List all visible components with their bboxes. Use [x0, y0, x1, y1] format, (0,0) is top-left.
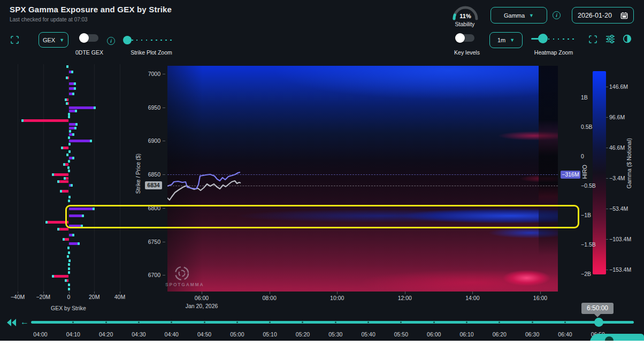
metric-dropdown[interactable]: Gamma ▼: [490, 7, 547, 24]
gex-bar-tip: [66, 154, 68, 156]
spotgamma-logo-icon: [174, 265, 190, 281]
heatmap-x-tick-mark: [270, 292, 270, 294]
heatmap-x-tick-mark: [337, 292, 338, 294]
gex-bar-tip: [68, 267, 70, 270]
colorbar-tick-label: −53.4M: [609, 205, 628, 212]
spotgamma-watermark: SPOTGAMMA: [165, 282, 204, 287]
colorbar-tick-mark: [606, 87, 608, 87]
gex-bar: [52, 275, 68, 278]
spotgamma-dashboard: SPX Gamma Exposure and GEX by Strike Las…: [0, 0, 644, 345]
timeline-tick-label: 06:00: [422, 331, 446, 338]
chevron-down-icon: ▼: [529, 13, 534, 18]
timeline-tick-label: 06:30: [520, 331, 544, 338]
gex-bar-tip: [68, 251, 70, 254]
hiro-axis-label: HIRO: [581, 165, 588, 179]
gex-x-tick-mark: [18, 292, 18, 294]
hiro-tick-label: −1.5B: [581, 241, 596, 248]
step-back-arrow-icon[interactable]: ←: [20, 317, 29, 327]
timeline-tick-label: 06:10: [455, 331, 479, 338]
gex-bar-tip: [67, 166, 70, 169]
current-price-badge: 6834: [145, 181, 162, 189]
gex-bar-tip: [68, 113, 70, 116]
heatmap-zoom-slider-track[interactable]: [543, 39, 577, 40]
gex-bar-tip: [68, 271, 70, 274]
colorbar-tick-label: 96.6M: [609, 114, 625, 120]
strike-tick-label: 6900: [138, 137, 160, 144]
hiro-tick-label: −0.5B: [581, 182, 596, 189]
strike-tick-label: 7000: [138, 71, 160, 77]
timeline-tick-label: 06:20: [488, 331, 511, 338]
gex-bar-tip: [68, 196, 71, 198]
gex-bar-tip: [74, 127, 76, 129]
strike-tick-mark: [163, 275, 165, 275]
date-value: 2026-01-20: [578, 12, 612, 19]
strike-tick-mark: [163, 242, 165, 242]
timeline-tick-dot: [138, 321, 140, 323]
rewind-icon[interactable]: [7, 319, 17, 326]
gex-bar-tip: [78, 242, 80, 245]
timeline-tick-dot: [335, 321, 336, 323]
gex-bar-tip: [65, 98, 67, 101]
timeline-tick-dot: [105, 321, 107, 323]
gex-bar-tip: [74, 87, 76, 90]
timeline-track[interactable]: [31, 321, 634, 324]
gex-bar-tip: [82, 214, 84, 217]
hiro-current-badge: −316M: [561, 171, 580, 179]
heatmap-fullscreen-icon[interactable]: [589, 35, 597, 43]
gex-bar-tip: [52, 275, 54, 278]
strike-tick-mark: [163, 208, 165, 209]
timeline-tick-label: 05:10: [258, 331, 282, 338]
toggle-knob: [455, 33, 465, 43]
metric-dropdown-value: Gamma: [504, 12, 525, 19]
colorbar-tick-mark: [606, 270, 608, 270]
interval-dropdown[interactable]: 1m ▼: [489, 32, 523, 48]
colorbar-tick-mark: [606, 117, 608, 118]
timeline-tick-label: 05:40: [357, 331, 380, 338]
timeline-tick-dot: [236, 321, 238, 323]
timeline-tick-label: 04:30: [127, 331, 150, 338]
colorbar-tick-label: −3.4M: [609, 175, 625, 181]
heatmap-x-tick-label: 12:00: [392, 295, 418, 301]
heatmap-zoom-slider-knob[interactable]: [538, 34, 548, 43]
settings-sliders-icon[interactable]: [605, 34, 615, 44]
gex-bar-tip: [63, 238, 65, 241]
timeline-tick-label: 05:00: [225, 331, 249, 338]
gex-bar-tip: [81, 225, 83, 227]
gex-bar-tip: [68, 170, 70, 172]
interval-dropdown-value: 1m: [497, 37, 505, 43]
gex-bar-tip: [64, 177, 66, 180]
colorbar-tick-label: 46.6M: [609, 144, 625, 151]
gex-bar: [69, 208, 95, 210]
key-levels-toggle[interactable]: [456, 34, 474, 42]
gex-bar-tip: [68, 160, 70, 163]
gex-bar: [45, 221, 68, 224]
gex-bar-tip: [68, 116, 70, 118]
gex-bar: [69, 140, 92, 142]
gex-x-tick-label: 0: [57, 294, 81, 300]
timeline-tick-label: 05:50: [389, 331, 413, 338]
date-picker[interactable]: 2026-01-20: [572, 7, 634, 24]
gex-bar: [69, 106, 96, 109]
gex-bar-tip: [66, 102, 68, 105]
gex-bar-tip: [68, 288, 70, 290]
gex-x-tick-mark: [120, 292, 120, 294]
timeline-tick-label: 05:30: [324, 331, 347, 338]
gex-bar-tip: [69, 130, 71, 133]
gex-bar-tip: [90, 140, 92, 142]
timeline-tick-label: 04:50: [193, 331, 216, 338]
stability-value: 11%: [459, 13, 471, 19]
contrast-icon[interactable]: [623, 34, 632, 43]
timeline-tick-label: 06:40: [553, 331, 577, 338]
metric-info-icon[interactable]: i: [553, 11, 561, 19]
timeline-knob[interactable]: [594, 318, 603, 327]
gex-bar-tip: [68, 136, 70, 139]
heatmap-x-tick-label: 08:00: [256, 295, 283, 301]
hiro-tick-label: 1B: [581, 94, 588, 101]
gex-bar-tip: [72, 93, 74, 95]
colorbar-tick-label: −103.4M: [609, 236, 631, 242]
timeline-tick-dot: [466, 321, 467, 323]
timeline-tick-dot: [433, 321, 435, 323]
heatmap-x-tick-label: 14:00: [459, 295, 486, 301]
gamma-heatmap[interactable]: [167, 66, 558, 292]
calendar-icon: [620, 12, 628, 19]
